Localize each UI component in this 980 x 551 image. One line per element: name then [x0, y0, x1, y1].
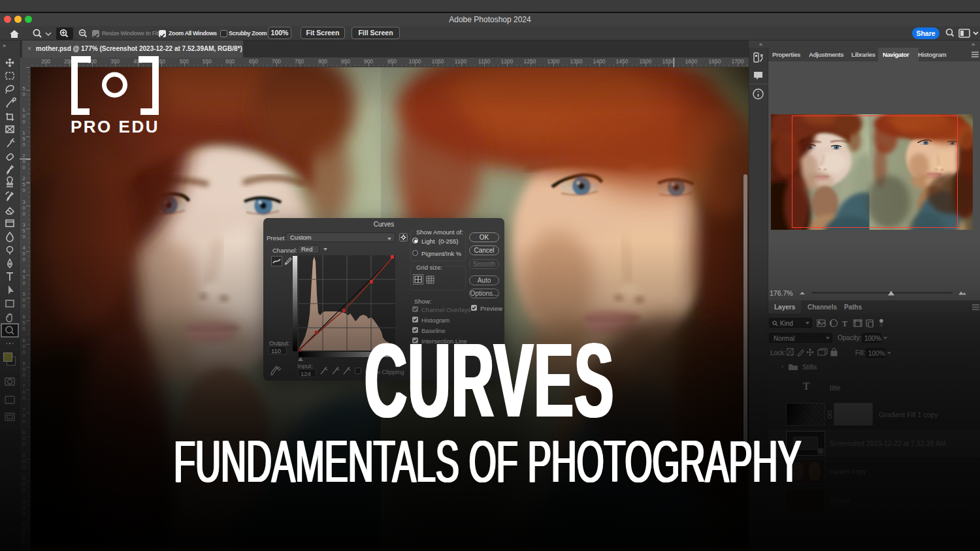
- svg-text:PRO EDU: PRO EDU: [71, 117, 159, 136]
